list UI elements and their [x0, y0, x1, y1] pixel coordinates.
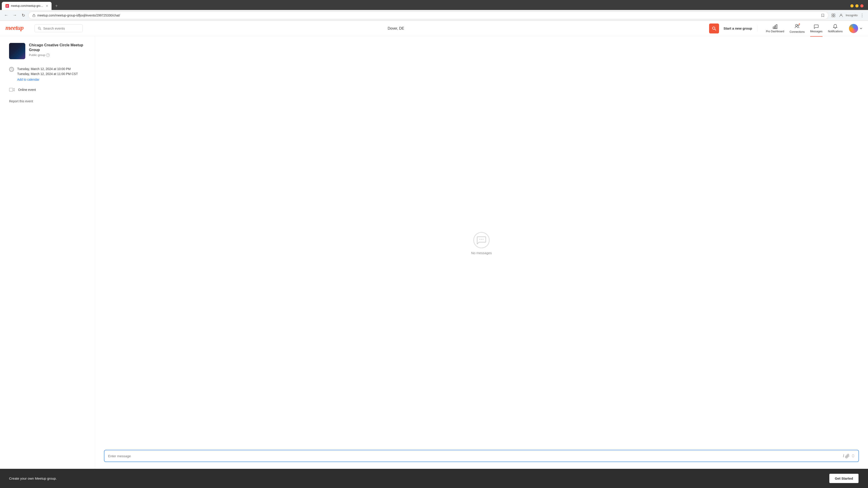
address-bar[interactable]: meetup.com/meetup-group-idfjoojl/events/…: [29, 11, 829, 19]
extensions-icon[interactable]: [830, 12, 837, 19]
chat-bubble-svg: [477, 236, 486, 245]
refresh-button[interactable]: ↻: [20, 12, 27, 19]
minimize-button[interactable]: [850, 4, 854, 7]
connections-badge: [798, 23, 800, 25]
event-start-time: Tuesday, March 12, 2024 at 10:00 PM: [17, 66, 78, 71]
toolbar-actions: Incognito ⋮: [830, 12, 865, 19]
svg-text:meetup: meetup: [5, 24, 24, 31]
nav-item-connections[interactable]: Connections: [789, 24, 805, 33]
maximize-button[interactable]: [855, 4, 859, 7]
nav-item-pro-dashboard[interactable]: Pro Dashboard: [766, 24, 784, 33]
event-end-time: Tuesday, March 12, 2024 at 11:00 PM CST: [17, 71, 78, 76]
search-input[interactable]: [43, 26, 79, 30]
svg-line-18: [11, 69, 12, 70]
group-name[interactable]: Chicago Creative Circle Meetup Group: [29, 43, 88, 53]
nav-item-notifications[interactable]: Notifications: [828, 24, 843, 33]
group-text: Chicago Creative Circle Meetup Group Pub…: [29, 43, 88, 57]
tab-close-button[interactable]: ×: [46, 4, 48, 8]
svg-line-8: [40, 29, 41, 30]
tab-favicon: m: [5, 4, 9, 8]
attach-icon[interactable]: [845, 453, 850, 458]
svg-point-22: [483, 239, 484, 240]
no-messages-container: No messages: [471, 232, 492, 255]
event-datetime: Tuesday, March 12, 2024 at 10:00 PM Tues…: [9, 66, 88, 82]
svg-point-14: [796, 24, 797, 26]
messages-label: Messages: [810, 30, 823, 33]
svg-point-20: [479, 239, 480, 240]
notifications-label: Notifications: [828, 30, 843, 33]
svg-rect-2: [834, 14, 835, 15]
search-button[interactable]: [709, 24, 719, 33]
nav-items: Pro Dashboard Connections Messages Notif…: [766, 24, 843, 33]
url-display: meetup.com/meetup-group-idfjoojl/events/…: [37, 13, 819, 17]
back-button[interactable]: ←: [3, 12, 9, 19]
svg-point-21: [481, 239, 482, 240]
svg-rect-12: [774, 26, 776, 29]
site-header: meetup Dover, DE Start a new group Pro D…: [0, 21, 868, 36]
svg-line-10: [715, 29, 716, 30]
search-button-icon: [712, 26, 716, 31]
get-started-button[interactable]: Get Started: [829, 473, 859, 484]
forward-button[interactable]: →: [11, 12, 18, 19]
tab-title: meetup.com/meetup-group-id...: [11, 4, 43, 7]
online-event: Online event: [9, 88, 88, 92]
nav-item-messages[interactable]: Messages: [810, 24, 823, 33]
expand-icon[interactable]: [851, 454, 855, 458]
pro-dashboard-label: Pro Dashboard: [766, 30, 784, 33]
avatar-image: [849, 24, 858, 33]
close-button[interactable]: [860, 4, 864, 7]
svg-rect-13: [776, 25, 777, 29]
location-display: Dover, DE: [388, 26, 404, 31]
svg-rect-11: [773, 27, 774, 29]
search-box[interactable]: [34, 24, 83, 32]
chat-bubble-icon: [473, 232, 490, 248]
datetime-text: Tuesday, March 12, 2024 at 10:00 PM Tues…: [17, 66, 78, 82]
group-type: Public group ?: [29, 53, 88, 57]
chat-area: No messages I: [95, 36, 868, 469]
browser-toolbar: ← → ↻ meetup.com/meetup-group-idfjoojl/e…: [0, 10, 868, 21]
video-icon: [9, 88, 15, 92]
user-avatar[interactable]: [849, 24, 858, 33]
profile-icon[interactable]: [838, 12, 844, 19]
svg-rect-3: [832, 15, 833, 17]
event-sidebar: Chicago Creative Circle Meetup Group Pub…: [0, 36, 95, 469]
site-footer: Create your own Meetup group. Get Starte…: [0, 469, 868, 488]
active-tab[interactable]: m meetup.com/meetup-group-id... ×: [2, 2, 52, 10]
clock-icon: [9, 67, 14, 72]
window-controls: [850, 4, 866, 7]
bookmark-icon[interactable]: [821, 13, 825, 17]
meetup-logo[interactable]: meetup: [5, 24, 28, 33]
svg-rect-0: [33, 15, 35, 17]
svg-rect-1: [832, 14, 833, 15]
footer-text: Create your own Meetup group.: [9, 477, 57, 480]
incognito-label: Incognito: [846, 13, 858, 17]
svg-rect-19: [9, 88, 13, 91]
connections-label: Connections: [789, 30, 805, 33]
no-messages-text: No messages: [471, 251, 492, 255]
message-input-container: I: [104, 450, 859, 462]
main-content: Chicago Creative Circle Meetup Group Pub…: [0, 36, 868, 469]
online-event-label: Online event: [18, 88, 36, 92]
new-tab-button[interactable]: +: [53, 2, 61, 10]
svg-rect-4: [834, 15, 835, 17]
public-group-help-icon[interactable]: ?: [46, 53, 50, 57]
header-divider: [757, 25, 758, 32]
browser-tabs: m meetup.com/meetup-group-id... × +: [0, 0, 868, 10]
group-image[interactable]: [9, 43, 25, 59]
more-options-icon[interactable]: ⋮: [859, 12, 865, 19]
notifications-icon: [833, 24, 838, 29]
message-input[interactable]: [108, 454, 843, 458]
lock-icon: [32, 14, 35, 17]
pro-dashboard-icon: [772, 24, 778, 29]
group-info: Chicago Creative Circle Meetup Group Pub…: [9, 43, 88, 59]
avatar-dropdown-icon[interactable]: [860, 27, 863, 30]
start-new-group-button[interactable]: Start a new group: [723, 26, 752, 30]
text-cursor-indicator: I: [843, 454, 844, 458]
search-icon: [38, 27, 41, 30]
svg-point-5: [840, 14, 842, 15]
messages-icon: [813, 24, 819, 29]
report-event-link[interactable]: Report this event: [9, 99, 33, 103]
add-to-calendar-link[interactable]: Add to calendar: [17, 77, 78, 82]
